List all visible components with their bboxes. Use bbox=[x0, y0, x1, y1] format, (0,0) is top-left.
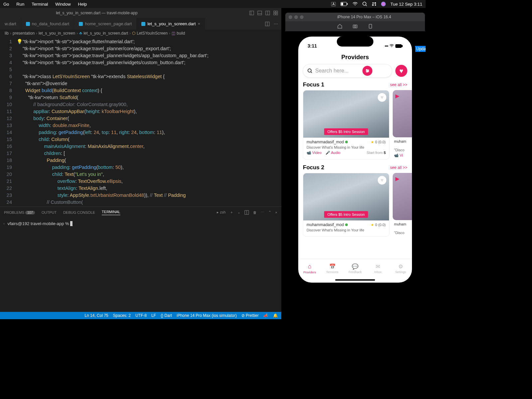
status-prettier[interactable]: ⊘ Prettier bbox=[241, 313, 259, 318]
phone-frame: 3:11 •••• Providers Search here... ♥ Foc… bbox=[295, 33, 415, 286]
panel-icon[interactable] bbox=[257, 11, 262, 15]
dart-icon bbox=[141, 22, 145, 26]
tab-problems[interactable]: PROBLEMS 107 bbox=[4, 210, 35, 214]
home-indicator[interactable] bbox=[335, 279, 375, 281]
traffic-min[interactable] bbox=[294, 15, 298, 19]
search-icon[interactable] bbox=[362, 2, 367, 6]
provider-card[interactable]: ♥Offers $5 Intro Session muhammadasif_mo… bbox=[303, 90, 389, 160]
svg-rect-1 bbox=[341, 3, 343, 5]
tab-file-3[interactable]: let_s_you_in_screen.dart× bbox=[137, 18, 205, 30]
panel-tabs: PROBLEMS 107 OUTPUT DEBUG CONSOLE TERMIN… bbox=[0, 206, 281, 218]
window-title: let_s_you_in_screen.dart — travel-mobile… bbox=[56, 11, 137, 15]
video-icon: 📹 Video bbox=[307, 151, 322, 155]
lightbulb-icon[interactable]: 💡 bbox=[17, 38, 23, 206]
search-input[interactable]: Search here... bbox=[303, 64, 392, 77]
customize-layout-icon[interactable] bbox=[273, 11, 278, 15]
tab-debug-console[interactable]: DEBUG CONSOLE bbox=[63, 210, 95, 214]
vscode-window: let_s_you_in_screen.dart — travel-mobile… bbox=[0, 8, 281, 319]
online-dot bbox=[345, 141, 348, 143]
terminal[interactable]: ◦ vfairs@192 travel-mobile-app % _ bbox=[0, 218, 281, 312]
feedback-icon[interactable]: 📣 bbox=[263, 313, 268, 318]
svg-line-4 bbox=[366, 5, 367, 6]
macos-menubar: Go Run Terminal Window Help A Tue 12 Sep… bbox=[0, 0, 426, 8]
favorites-button[interactable]: ♥ bbox=[395, 65, 407, 77]
tab-file-2[interactable]: home_screen_page.dart bbox=[74, 18, 137, 30]
wifi-icon bbox=[389, 44, 394, 48]
svg-rect-11 bbox=[258, 11, 262, 15]
bottom-nav: ⌂Providers 📅Sessions 💬Feedback ✉Inbox ⚙S… bbox=[298, 259, 412, 278]
phone-screen: 3:11 •••• Providers Search here... ♥ Foc… bbox=[298, 37, 412, 283]
nav-sessions[interactable]: 📅Sessions bbox=[321, 259, 343, 278]
svg-point-24 bbox=[354, 26, 356, 27]
more-icon[interactable]: ⋯ bbox=[261, 210, 264, 214]
terminal-dropdown-icon[interactable]: ⌄ bbox=[237, 210, 240, 214]
status-bar: Ln 14, Col 75 Spaces: 2 UTF-8 LF {} Dart… bbox=[0, 312, 281, 319]
svg-point-28 bbox=[308, 69, 311, 72]
ios-simulator: iPhone 14 Pro Max – iOS 16.4 0 Updat 3:1… bbox=[285, 13, 425, 319]
code-content[interactable]: "tk-kw">import "tk-str">'package:flutter… bbox=[23, 38, 208, 206]
trash-icon[interactable]: 🗑 bbox=[253, 210, 257, 214]
menu-terminal[interactable]: Terminal bbox=[32, 2, 48, 7]
nav-feedback[interactable]: 💬Feedback bbox=[344, 259, 366, 278]
favorite-icon[interactable]: ♥ bbox=[378, 93, 386, 102]
status-encoding[interactable]: UTF-8 bbox=[135, 313, 147, 318]
filter-button[interactable] bbox=[362, 66, 372, 76]
terminal-shell-select[interactable]: ▸ zsh bbox=[217, 210, 225, 214]
svg-rect-18 bbox=[276, 13, 278, 15]
provider-card[interactable]: ♥Offers $5 Intro Session muhammadasif_mo… bbox=[303, 173, 389, 237]
split-editor-icon[interactable] bbox=[265, 22, 270, 26]
input-source-icon[interactable]: A bbox=[331, 2, 336, 6]
provider-card-partial[interactable]: ▶ muham"Disco bbox=[393, 173, 412, 237]
new-terminal-icon[interactable]: ＋ bbox=[230, 210, 233, 215]
bell-icon[interactable]: 🔔 bbox=[273, 313, 278, 318]
maximize-panel-icon[interactable]: ⌃ bbox=[268, 210, 271, 214]
see-all-link[interactable]: see all >> bbox=[390, 165, 407, 170]
nav-settings[interactable]: ⚙Settings bbox=[389, 259, 412, 278]
svg-point-35 bbox=[367, 71, 368, 72]
nav-providers[interactable]: ⌂Providers bbox=[298, 259, 321, 278]
see-all-link[interactable]: see all >> bbox=[390, 82, 407, 87]
menu-help[interactable]: Help bbox=[78, 2, 87, 7]
tab-file-0[interactable]: w.dart bbox=[0, 18, 21, 30]
more-icon[interactable]: ⋯ bbox=[274, 21, 278, 26]
favorite-icon[interactable]: ♥ bbox=[378, 176, 386, 185]
wifi-icon[interactable] bbox=[352, 2, 358, 6]
tab-output[interactable]: OUTPUT bbox=[42, 210, 57, 214]
simulator-titlebar: iPhone 14 Pro Max – iOS 16.4 bbox=[285, 13, 425, 21]
traffic-close[interactable] bbox=[289, 15, 292, 19]
svg-rect-15 bbox=[274, 11, 275, 13]
status-lang[interactable]: {} Dart bbox=[161, 313, 172, 318]
svg-rect-7 bbox=[372, 4, 374, 6]
control-center-icon[interactable] bbox=[372, 2, 376, 6]
status-eol[interactable]: LF bbox=[151, 313, 156, 318]
screenshot-icon[interactable] bbox=[352, 24, 358, 29]
status-cursor[interactable]: Ln 14, Col 75 bbox=[84, 313, 108, 318]
home-icon[interactable] bbox=[337, 24, 342, 29]
rotate-icon[interactable] bbox=[368, 24, 373, 29]
close-icon[interactable]: × bbox=[198, 21, 200, 26]
layout-icon[interactable] bbox=[249, 11, 254, 15]
play-icon: ▶ bbox=[395, 176, 399, 182]
menu-go[interactable]: Go bbox=[3, 2, 9, 7]
simulator-title: iPhone 14 Pro Max – iOS 16.4 bbox=[337, 15, 391, 19]
breadcrumb[interactable]: lib› presentation› let_s_you_in_screen› … bbox=[0, 30, 281, 37]
section-title: Focus 1 bbox=[303, 81, 324, 88]
traffic-max[interactable] bbox=[300, 15, 304, 19]
tab-file-1[interactable]: no_data_found.dart bbox=[21, 18, 74, 30]
status-spaces[interactable]: Spaces: 2 bbox=[113, 313, 131, 318]
menu-run[interactable]: Run bbox=[16, 2, 24, 7]
split-terminal-icon[interactable] bbox=[244, 210, 249, 215]
siri-icon[interactable] bbox=[381, 2, 386, 6]
nav-inbox[interactable]: ✉Inbox bbox=[366, 259, 389, 278]
menu-window[interactable]: Window bbox=[55, 2, 70, 7]
svg-point-33 bbox=[366, 69, 367, 70]
tab-terminal[interactable]: TERMINAL bbox=[102, 210, 120, 215]
code-editor[interactable]: 123456789101112131415161718192021222324 … bbox=[0, 37, 281, 206]
status-device[interactable]: iPhone 14 Pro Max (ios simulator) bbox=[177, 313, 237, 318]
editor-tabs: w.dart no_data_found.dart home_screen_pa… bbox=[0, 18, 281, 30]
close-panel-icon[interactable]: × bbox=[275, 210, 277, 214]
split-icon[interactable] bbox=[265, 11, 270, 15]
dart-icon bbox=[79, 22, 83, 26]
provider-card-partial[interactable]: ▶ muham"Disco📹 Vi bbox=[393, 90, 412, 160]
svg-rect-2 bbox=[347, 3, 348, 5]
